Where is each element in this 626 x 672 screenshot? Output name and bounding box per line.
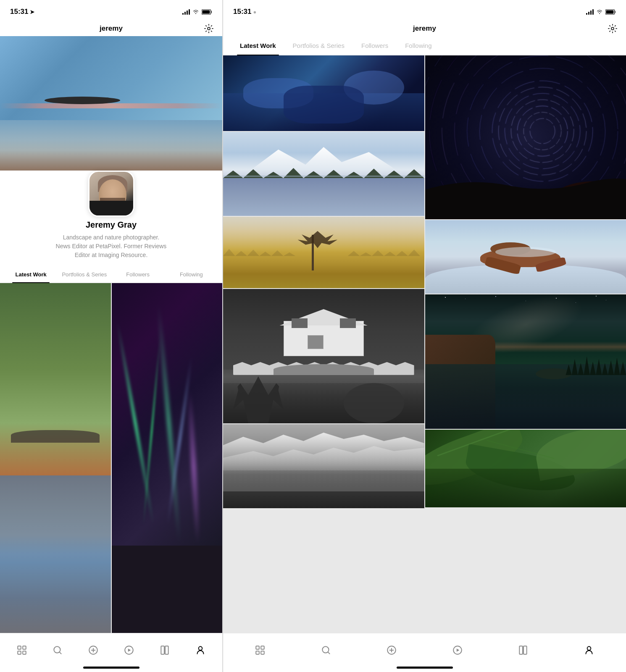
right-status-icons: [586, 9, 616, 15]
right-nav-gallery[interactable]: [513, 640, 534, 661]
svg-point-18: [505, 93, 580, 168]
search-icon: [52, 645, 63, 656]
tab-followers[interactable]: Followers: [111, 266, 165, 283]
left-gear-icon[interactable]: [204, 24, 214, 34]
nav-gallery[interactable]: [154, 640, 175, 661]
nav-home[interactable]: [11, 640, 32, 661]
svg-rect-33: [256, 651, 260, 654]
left-tabs: Latest Work Portfolios & Series Follower…: [0, 266, 222, 283]
svg-point-40: [587, 646, 591, 650]
svg-point-19: [492, 81, 592, 181]
avatar: [88, 171, 134, 217]
right-tabs: Latest Work Portfolios & Series Follower…: [223, 36, 626, 55]
avatar-wrap: [0, 171, 222, 217]
photo-cell-1[interactable]: [0, 283, 111, 633]
right-col-left: [223, 55, 424, 633]
svg-rect-32: [261, 646, 264, 649]
book-icon: [159, 645, 170, 656]
left-photo-grid: [0, 283, 222, 633]
svg-rect-38: [520, 646, 523, 654]
right-photo-night-cliffs[interactable]: [425, 294, 626, 429]
profile-name: Jeremy Gray: [13, 220, 210, 230]
right-nav-add[interactable]: [381, 640, 402, 661]
right-plus-icon: [386, 645, 397, 656]
person-icon: [195, 645, 206, 656]
right-col-right: [425, 55, 626, 633]
nav-profile[interactable]: [190, 640, 211, 661]
svg-point-12: [198, 646, 202, 650]
right-photo-bear-snow[interactable]: [425, 220, 626, 294]
right-signal-icon: [586, 9, 594, 15]
right-battery-icon: [605, 9, 616, 15]
right-photo-star-trails[interactable]: [425, 55, 626, 219]
svg-rect-39: [523, 646, 527, 654]
left-status-bar: 15:31 ➤: [0, 0, 222, 21]
right-header: jeremy: [223, 21, 626, 36]
right-search-icon: [321, 645, 331, 656]
right-nav-profile[interactable]: [579, 640, 600, 661]
right-photo-garden-bw[interactable]: [223, 289, 424, 423]
right-tab-followers[interactable]: Followers: [353, 36, 397, 55]
right-photo-field-tree[interactable]: [223, 217, 424, 288]
svg-rect-4: [23, 646, 26, 649]
svg-rect-1: [203, 10, 210, 13]
nav-add[interactable]: [83, 640, 104, 661]
right-grid-icon: [255, 645, 266, 656]
profile-info: Jeremy Gray Landscape and nature photogr…: [0, 217, 222, 266]
right-status-bar: 15:31 ●: [223, 0, 626, 21]
svg-rect-31: [256, 646, 260, 649]
svg-rect-5: [18, 651, 21, 654]
nav-search[interactable]: [47, 640, 68, 661]
left-time: 15:31 ➤: [10, 8, 34, 16]
right-photo-snow-mountain[interactable]: [223, 132, 424, 216]
svg-point-15: [611, 27, 614, 30]
right-book-icon: [518, 645, 529, 656]
play-circle-icon: [124, 645, 134, 656]
nav-play[interactable]: [118, 640, 139, 661]
right-bottom-nav: [223, 633, 626, 667]
right-nav-home[interactable]: [250, 640, 271, 661]
right-gear-icon[interactable]: [608, 24, 618, 34]
svg-point-26: [523, 112, 561, 150]
right-photo-clouds-bw[interactable]: [223, 424, 424, 508]
profile-bio: Landscape and nature photographer. News …: [13, 233, 210, 260]
left-header: jeremy: [0, 21, 222, 36]
right-wifi-icon: [596, 9, 603, 14]
star-trails-svg: [425, 55, 626, 219]
signal-icon: [182, 9, 190, 15]
left-status-icons: [182, 9, 212, 15]
right-tab-following[interactable]: Following: [397, 36, 440, 55]
svg-point-27: [511, 100, 574, 163]
svg-rect-10: [161, 646, 164, 654]
right-photo-blue-rocks[interactable]: [223, 55, 424, 131]
right-time: 15:31 ●: [233, 8, 256, 16]
svg-rect-14: [606, 10, 614, 13]
right-phone-screen: 15:31 ● jeremy: [223, 0, 626, 672]
right-home-indicator: [397, 667, 453, 669]
right-tab-latest-work[interactable]: Latest Work: [231, 36, 284, 55]
svg-point-17: [517, 106, 568, 156]
left-phone-screen: 15:31 ➤ jeremy: [0, 0, 223, 672]
svg-rect-34: [261, 651, 264, 654]
right-photo-green-leaves[interactable]: [425, 430, 626, 507]
right-person-icon: [584, 645, 594, 656]
svg-point-2: [208, 27, 210, 30]
svg-point-28: [498, 87, 586, 175]
right-photo-grid: [223, 55, 626, 633]
tab-portfolios[interactable]: Portfolios & Series: [58, 266, 111, 283]
plus-circle-icon: [88, 645, 99, 656]
photo-cell-2[interactable]: [112, 283, 223, 633]
svg-rect-3: [18, 646, 21, 649]
left-bottom-nav: [0, 633, 222, 667]
svg-rect-6: [23, 651, 26, 654]
grid-icon: [16, 645, 27, 656]
time-text: 15:31: [10, 8, 28, 16]
tab-following[interactable]: Following: [165, 266, 218, 283]
right-dot: ●: [253, 9, 256, 15]
right-nav-search[interactable]: [316, 640, 337, 661]
svg-point-16: [530, 118, 555, 144]
right-tab-portfolios[interactable]: Portfolios & Series: [284, 36, 353, 55]
right-nav-play[interactable]: [447, 640, 468, 661]
right-time-text: 15:31: [233, 8, 251, 16]
tab-latest-work[interactable]: Latest Work: [4, 266, 58, 283]
